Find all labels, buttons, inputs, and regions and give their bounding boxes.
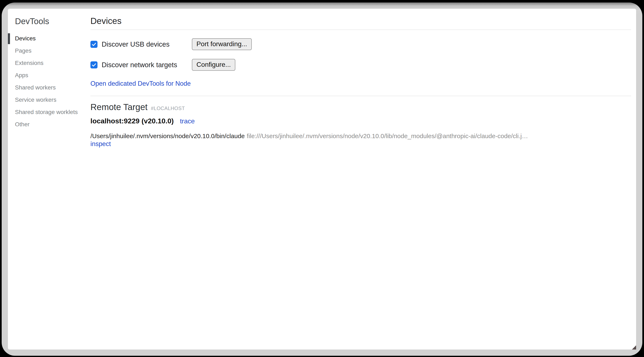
discover-usb-checkbox[interactable] <box>90 41 98 48</box>
network-label-group: Discover network targets <box>90 61 192 69</box>
remote-target-section: Remote Target #LOCALHOST localhost:9229 … <box>90 96 631 148</box>
page-title: Devices <box>90 16 631 26</box>
resize-handle-icon[interactable] <box>632 345 636 349</box>
checkmark-icon <box>92 42 96 47</box>
sidebar-item-service-workers[interactable]: Service workers <box>15 97 90 103</box>
sidebar-item-shared-storage-worklets[interactable]: Shared storage worklets <box>15 109 90 115</box>
network-row: Discover network targets Configure... <box>90 59 631 71</box>
sidebar-nav: Devices Pages Extensions Apps Shared wor… <box>15 35 90 128</box>
discover-usb-label: Discover USB devices <box>102 40 170 48</box>
devtools-title: DevTools <box>15 16 90 26</box>
sidebar-item-extensions[interactable]: Extensions <box>15 60 90 66</box>
discover-network-label: Discover network targets <box>102 61 177 69</box>
target-detail: /Users/jinhuilee/.nvm/versions/node/v20.… <box>90 132 594 148</box>
app-window: DevTools Devices Pages Extensions Apps S… <box>2 3 642 356</box>
usb-row: Discover USB devices Port forwarding... <box>90 38 631 50</box>
target-row: localhost:9229 (v20.10.0) trace <box>90 117 631 125</box>
main-panel: Devices Discover USB devices Port forwar… <box>90 9 636 349</box>
trace-link[interactable]: trace <box>180 117 195 125</box>
inspect-link[interactable]: inspect <box>90 140 111 148</box>
file-url: file:///Users/jinhuilee/.nvm/versions/no… <box>247 133 528 139</box>
sidebar-item-pages[interactable]: Pages <box>15 48 90 54</box>
usb-label-group: Discover USB devices <box>90 40 192 48</box>
localhost-badge: #LOCALHOST <box>151 106 185 111</box>
discover-network-checkbox[interactable] <box>90 61 98 69</box>
process-path: /Users/jinhuilee/.nvm/versions/node/v20.… <box>90 133 245 139</box>
target-name: localhost:9229 (v20.10.0) <box>90 117 174 125</box>
checkmark-icon <box>92 62 96 67</box>
sidebar-item-other[interactable]: Other <box>15 121 90 128</box>
remote-target-title: Remote Target <box>90 102 148 112</box>
port-forwarding-button[interactable]: Port forwarding... <box>192 38 252 50</box>
remote-heading-row: Remote Target #LOCALHOST <box>90 102 631 112</box>
sidebar-item-apps[interactable]: Apps <box>15 72 90 79</box>
inspect-page: DevTools Devices Pages Extensions Apps S… <box>8 9 636 349</box>
sidebar-item-devices[interactable]: Devices <box>15 35 90 42</box>
configure-button[interactable]: Configure... <box>192 59 235 71</box>
sidebar: DevTools Devices Pages Extensions Apps S… <box>8 9 90 349</box>
discovery-controls: Discover USB devices Port forwarding... … <box>90 30 631 96</box>
open-node-devtools-link[interactable]: Open dedicated DevTools for Node <box>90 80 191 87</box>
sidebar-item-shared-workers[interactable]: Shared workers <box>15 85 90 91</box>
